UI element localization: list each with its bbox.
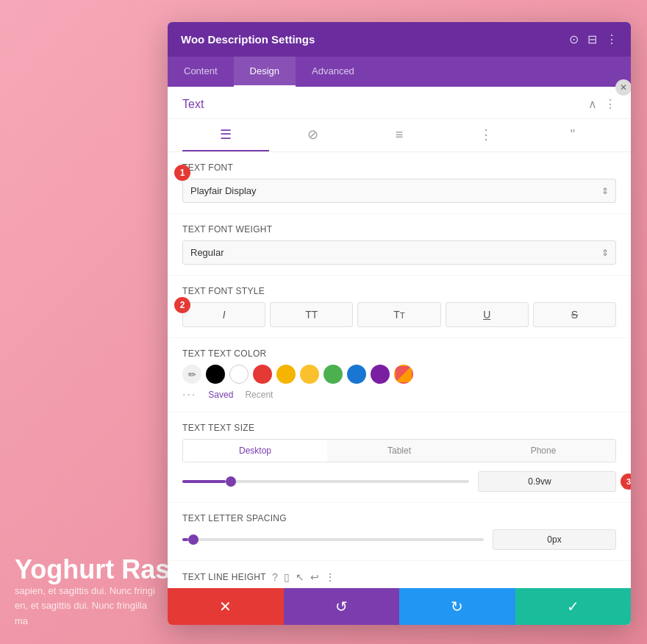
close-button[interactable]: ✕ xyxy=(615,79,631,96)
text-size-thumb[interactable] xyxy=(226,476,236,487)
text-font-weight-select[interactable]: Regular xyxy=(182,240,616,265)
cursor-icon[interactable]: ↖ xyxy=(296,571,304,583)
font-style-buttons: I TT TT U S xyxy=(182,302,616,327)
bg-title: Yoghurt Ras xyxy=(15,554,170,585)
style-tab-quote[interactable]: " xyxy=(529,119,616,151)
text-font-label: Text Font xyxy=(182,162,616,173)
ordered-list-icon: ⋮ xyxy=(479,126,493,143)
strikethrough-btn[interactable]: S xyxy=(533,302,616,327)
letter-spacing-thumb[interactable] xyxy=(188,534,199,545)
purple-swatch[interactable] xyxy=(371,365,390,384)
black-swatch[interactable] xyxy=(206,365,225,384)
text-size-label: Text Text Size xyxy=(182,423,616,433)
badge-3: 3 xyxy=(621,473,631,490)
eyedropper-icon: ✏ xyxy=(188,369,196,380)
style-tab-list[interactable]: ≡ xyxy=(356,119,443,151)
list-icon: ≡ xyxy=(396,127,404,143)
tablet-line-icon[interactable]: ▯ xyxy=(284,571,290,583)
eyedropper-swatch[interactable]: ✏ xyxy=(182,365,201,384)
phone-tab[interactable]: Phone xyxy=(471,440,615,462)
cancel-button[interactable]: ✕ xyxy=(168,588,284,625)
saved-color-tab[interactable]: Saved xyxy=(208,390,233,400)
letter-spacing-label: Text Letter Spacing xyxy=(182,513,616,523)
line-height-label-row: Text Line Height ? ▯ ↖ ↩ ⋮ xyxy=(182,571,616,583)
undo-line-icon[interactable]: ↩ xyxy=(310,571,319,583)
redo-button[interactable]: ↻ xyxy=(399,588,515,625)
blue-swatch[interactable] xyxy=(347,365,366,384)
recent-color-tab[interactable]: Recent xyxy=(245,390,273,400)
text-font-group: Text Font Playfair Display ⇕ xyxy=(168,152,631,214)
section-header: Text ∧ ⋮ xyxy=(168,87,631,119)
tablet-tab[interactable]: Tablet xyxy=(327,440,471,462)
text-size-fill xyxy=(182,480,226,483)
sync-icon[interactable]: ⊙ xyxy=(569,32,579,46)
green-swatch[interactable] xyxy=(324,365,343,384)
letter-spacing-track xyxy=(182,538,484,541)
bg-body: sapien, et sagittis dui. Nunc fringi en,… xyxy=(15,584,162,629)
header-icons: ⊙ ⊟ ⋮ xyxy=(569,32,618,46)
align-icon: ☰ xyxy=(220,126,232,143)
badge-2: 2 xyxy=(174,297,190,313)
text-size-slider-row: 3 xyxy=(182,471,616,492)
help-icon[interactable]: ? xyxy=(272,571,278,583)
style-tabs: ☰ ⊘ ≡ ⋮ " xyxy=(168,119,631,152)
collapse-icon[interactable]: ∧ xyxy=(588,97,597,111)
tab-design[interactable]: Design xyxy=(234,57,296,87)
text-color-label: Text Text Color xyxy=(182,348,616,359)
section-title: Text xyxy=(182,98,204,111)
text-font-style-label: Text Font Style xyxy=(182,286,616,296)
color-dots-icon[interactable]: ··· xyxy=(182,388,196,401)
bottom-bar: ✕ ↺ ↻ ✓ xyxy=(168,588,631,625)
panel-header: Woo Description Settings ⊙ ⊟ ⋮ xyxy=(168,22,631,57)
more-icon[interactable]: ⋮ xyxy=(606,32,618,46)
letter-spacing-fill xyxy=(182,538,188,541)
more-line-icon[interactable]: ⋮ xyxy=(325,571,335,583)
line-height-group: Text Line Height ? ▯ ↖ ↩ ⋮ 4 xyxy=(168,561,631,588)
italic-btn[interactable]: I xyxy=(182,302,265,327)
text-size-group: Text Text Size Desktop Tablet Phone 3 xyxy=(168,412,631,503)
badge-1: 1 xyxy=(174,165,190,181)
letter-spacing-value[interactable] xyxy=(493,529,616,550)
undo-button[interactable]: ↺ xyxy=(284,588,400,625)
text-font-style-group: Text Font Style I TT TT U S xyxy=(168,276,631,338)
yellow-swatch[interactable] xyxy=(300,365,319,384)
quote-icon: " xyxy=(571,127,575,143)
text-font-weight-label: Text Font Weight xyxy=(182,224,616,235)
style-tab-ordered[interactable]: ⋮ xyxy=(443,119,529,151)
text-font-select[interactable]: Playfair Display xyxy=(182,179,616,203)
panel-title: Woo Description Settings xyxy=(181,33,315,46)
white-swatch[interactable] xyxy=(229,365,249,384)
panel-body: Text ∧ ⋮ ☰ ⊘ ≡ ⋮ " Tex xyxy=(168,87,631,588)
underline-btn[interactable]: U xyxy=(446,302,529,327)
style-tab-none[interactable]: ⊘ xyxy=(269,119,356,151)
letter-spacing-group: Text Letter Spacing xyxy=(168,503,631,561)
line-height-label: Text Line Height xyxy=(182,572,266,582)
desktop-tab[interactable]: Desktop xyxy=(183,440,327,462)
pen-swatch[interactable] xyxy=(394,365,413,384)
tab-advanced[interactable]: Advanced xyxy=(296,57,371,87)
section-header-icons: ∧ ⋮ xyxy=(588,97,616,111)
text-font-weight-group: Text Font Weight Regular ⇕ xyxy=(168,214,631,276)
slash-icon: ⊘ xyxy=(307,126,318,143)
letter-spacing-slider-row xyxy=(182,529,616,550)
text-color-group: Text Text Color ✏ ··· Saved Recent xyxy=(168,338,631,412)
text-size-track xyxy=(182,480,469,483)
text-font-select-wrapper: Playfair Display ⇕ xyxy=(182,179,616,203)
settings-panel: Woo Description Settings ⊙ ⊟ ⋮ Content D… xyxy=(168,22,631,625)
smallcaps-btn[interactable]: TT xyxy=(357,302,440,327)
save-button[interactable]: ✓ xyxy=(515,588,632,625)
uppercase-btn[interactable]: TT xyxy=(270,302,353,327)
color-swatches: ✏ xyxy=(182,365,616,384)
style-tab-align[interactable]: ☰ xyxy=(182,119,269,151)
section-more-icon[interactable]: ⋮ xyxy=(604,97,616,111)
tab-bar: Content Design Advanced xyxy=(168,57,631,87)
amber-swatch[interactable] xyxy=(276,365,296,384)
text-font-weight-select-wrapper: Regular ⇕ xyxy=(182,240,616,265)
text-size-value[interactable] xyxy=(478,471,616,492)
red-swatch[interactable] xyxy=(253,365,272,384)
device-tabs: Desktop Tablet Phone xyxy=(182,439,616,462)
tab-content[interactable]: Content xyxy=(168,57,234,87)
columns-icon[interactable]: ⊟ xyxy=(587,32,597,46)
